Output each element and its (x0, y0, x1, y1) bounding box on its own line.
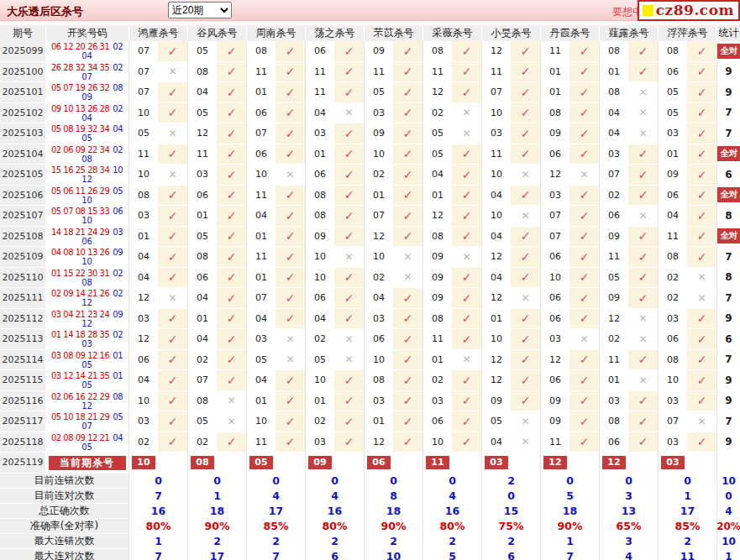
kill-number: 06 (247, 144, 276, 165)
kill-number: 09 (365, 123, 393, 144)
kill-number: 09 (365, 41, 393, 62)
kill-number: 03 (541, 329, 569, 350)
kill-number: 12 (482, 288, 511, 309)
draw-numbers-cell: 05 10 18 21 290507 (45, 411, 129, 432)
summary-value: 2 (364, 534, 422, 549)
kill-cell: 01✓ (246, 391, 305, 412)
kill-number: 11 (600, 350, 628, 371)
kill-cell: 09✓ (305, 227, 364, 248)
check-icon: ✓ (511, 123, 540, 144)
check-icon: ✓ (628, 391, 658, 412)
summary-value: 11 (658, 549, 716, 560)
kill-number: 03 (129, 309, 158, 330)
check-icon: ✓ (511, 268, 540, 289)
kill-number: 10 (129, 103, 158, 124)
summary-value: 4 (422, 489, 481, 504)
period-range-select[interactable]: 近20期 (168, 2, 232, 18)
kill-number: 11 (247, 62, 276, 83)
summary-value: 2 (422, 534, 481, 549)
kill-cell: 11✓ (246, 62, 305, 83)
kill-cell: 10✓ (364, 144, 422, 165)
cross-icon: ✕ (452, 103, 481, 124)
kill-cell: 11✓ (246, 247, 305, 268)
cross-icon: ✕ (687, 268, 716, 289)
kill-number: 06 (600, 432, 628, 453)
kill-cell: 06✓ (599, 432, 658, 453)
kill-cell: 10✓ (305, 268, 364, 289)
back-number-2: 09 (81, 92, 92, 102)
check-icon: ✓ (217, 103, 246, 124)
cross-icon: ✕ (511, 165, 540, 186)
check-icon: ✓ (334, 206, 364, 227)
check-icon: ✓ (511, 62, 540, 83)
kill-number: 06 (541, 144, 569, 165)
check-icon: ✓ (334, 391, 364, 412)
kill-cell: 09✓ (481, 391, 540, 412)
kill-number: 02 (306, 329, 334, 350)
back-number-1: 02 (113, 145, 123, 154)
summary-value: 1 (658, 489, 716, 504)
kill-cell: 11✓ (246, 186, 305, 207)
summary-stat-value: 0 (716, 489, 740, 504)
cross-icon: ✕ (334, 103, 364, 124)
kill-number: 04 (129, 370, 158, 391)
check-icon: ✓ (569, 350, 599, 371)
kill-number: 05 (423, 123, 452, 144)
kill-cell: 09✓ (599, 227, 658, 248)
kill-cell: 05 (246, 453, 305, 474)
check-icon: ✓ (276, 82, 305, 103)
current-kill-badge: 12 (543, 456, 567, 469)
site-logo[interactable]: cz89.com (638, 0, 740, 21)
stat-cell: 全对 (716, 41, 740, 62)
kill-cell: 04✓ (187, 82, 246, 103)
col-header-expert: 小旻杀号 (481, 25, 540, 41)
draw-line1: 03 08 09 12 1601 (51, 351, 123, 360)
kill-cell: 03✓ (129, 206, 187, 227)
back-number-1: 02 (113, 269, 123, 278)
summary-value: 0 (187, 474, 246, 489)
kill-number: 01 (188, 309, 217, 330)
draw-numbers-cell: 05 07 19 26 320809 (45, 82, 129, 103)
draw-numbers-cell: 03 08 09 12 160105 (45, 350, 129, 371)
draw-numbers-cell: 14 18 21 24 290306 (45, 227, 129, 248)
kill-number: 08 (659, 41, 687, 62)
kill-number: 11 (482, 144, 511, 165)
kill-cell: 04✓ (246, 206, 305, 227)
kill-cell: 09✓ (540, 411, 599, 432)
kill-cell: 06✓ (658, 186, 716, 207)
kill-number: 01 (541, 82, 569, 103)
current-kill-badge: 03 (485, 456, 508, 469)
check-icon: ✓ (158, 411, 187, 432)
kill-cell: 12✓ (481, 41, 540, 62)
check-icon: ✓ (687, 82, 716, 103)
check-icon: ✓ (511, 247, 540, 268)
kill-cell: 12✓ (422, 206, 481, 227)
check-icon: ✓ (452, 165, 481, 186)
front-numbers: 05 10 18 21 29 (51, 412, 109, 421)
check-icon: ✓ (569, 391, 599, 412)
check-icon: ✓ (158, 309, 187, 330)
summary-value: 7 (246, 549, 305, 560)
logo-yellow-square-icon (643, 5, 653, 16)
kill-number: 07 (129, 62, 158, 83)
kill-cell: 02✓ (187, 432, 246, 453)
check-icon: ✓ (569, 62, 599, 83)
kill-number: 05 (659, 103, 687, 124)
check-icon: ✓ (511, 41, 540, 62)
back-number-1: 01 (113, 371, 123, 380)
kill-cell: 03✓ (129, 411, 187, 432)
front-numbers: 03 12 14 21 35 (51, 371, 109, 380)
kill-number: 10 (365, 350, 393, 371)
kill-number: 12 (188, 123, 217, 144)
kill-cell: 06✓ (246, 144, 305, 165)
kill-number: 04 (247, 309, 276, 330)
draw-numbers-cell: 02 06 16 22 290812 (45, 391, 129, 412)
kill-cell: 01✓ (599, 62, 658, 83)
check-icon: ✓ (276, 123, 305, 144)
kill-cell: 09✓ (599, 288, 658, 309)
check-icon: ✓ (334, 288, 364, 309)
col-header-expert: 采薇杀号 (422, 25, 481, 41)
kill-number: 06 (306, 288, 334, 309)
kill-number: 04 (482, 432, 511, 453)
draw-numbers-cell: 01 14 18 28 350203 (45, 329, 129, 350)
